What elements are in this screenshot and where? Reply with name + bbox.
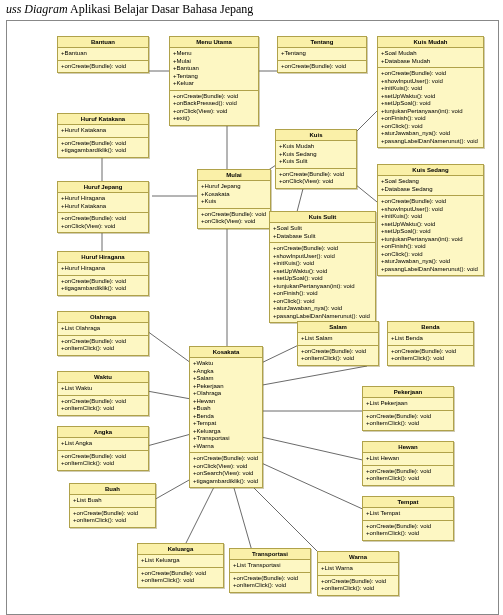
class-attributes: +Kuis Mudah+Kuis Sedang+Kuis Sulit [276,141,356,169]
class-attributes: +List Salam [298,333,378,346]
caption-italic: uss Diagram [6,2,68,16]
class-warna: Warna+List Warna+onCreate(Bundle): void+… [317,551,399,596]
attr-row: +Huruf Jepang [201,183,267,191]
op-row: +onCreate(Bundle): void [193,455,259,463]
op-row: +onItemClick(): void [141,577,220,585]
class-menu-utama: Menu Utama+Menu+Mulai+Bantuan+Tentang+Ke… [169,36,259,126]
attr-row: +Hewan [193,398,259,406]
op-row: +onCreate(Bundle): void [61,63,145,71]
op-row: +onCreate(Bundle): void [391,348,470,356]
attr-row: +Angka [193,368,259,376]
attr-row: +List Olahraga [61,325,145,333]
class-operations: +onCreate(Bundle): void+tigagambardiklik… [58,276,148,295]
class-title: Transportasi [230,549,310,560]
op-row: +onCreate(Bundle): void [61,398,145,406]
op-row: +onClick(View): void [279,178,353,186]
class-attributes: +List Buah [70,495,155,508]
class-attributes: +Bantuan [58,48,148,61]
attr-row: +List Benda [391,335,470,343]
attr-row: +Huruf Hiragana [61,195,145,203]
class-attributes: +Tentang [278,48,366,61]
op-row: +onCreate(Bundle): void [381,70,480,78]
op-row: +onClick(): void [273,298,372,306]
class-operations: +onCreate(Bundle): void [278,61,366,73]
class-huruf-hiragana: Huruf Hiragana+Huruf Hiragana+onCreate(B… [57,251,149,296]
op-row: +onCreate(Bundle): void [366,413,450,421]
op-row: +initKuis(): void [381,85,480,93]
class-title: Mulai [198,170,270,181]
attr-row: +Tentang [173,73,255,81]
diagram-caption: uss Diagram Aplikasi Belajar Dasar Bahas… [0,0,503,17]
caption-rest: Aplikasi Belajar Dasar Bahasa Jepang [68,2,254,16]
op-row: +onCreate(Bundle): void [273,245,372,253]
op-row: +onItemClick(): void [391,355,470,363]
class-attributes: +List Warna [318,563,398,576]
attr-row: +Kuis [201,198,267,206]
op-row: +onItemClick(): void [321,585,395,593]
op-row: +onCreate(Bundle): void [61,338,145,346]
op-row: +onCreate(Bundle): void [381,198,480,206]
class-title: Angka [58,427,148,438]
class-kosakata: Kosakata+Waktu+Angka+Salam+Pekerjaan+Ola… [189,346,263,488]
op-row: +aturJawaban_nya(): void [273,305,372,313]
svg-line-21 [257,366,367,386]
class-benda: Benda+List Benda+onCreate(Bundle): void+… [387,321,474,366]
op-row: +onItemClick(): void [61,345,145,353]
class-angka: Angka+List Angka+onCreate(Bundle): void+… [57,426,149,471]
attr-row: +List Warna [321,565,395,573]
class-transportasi: Transportasi+List Transportasi+onCreate(… [229,548,311,593]
op-row: +initKuis(): void [273,260,372,268]
op-row: +tigagambardiklik(): void [61,285,145,293]
attr-row: +List Keluarga [141,557,220,565]
attr-row: +Transportasi [193,435,259,443]
op-row: +onCreate(Bundle): void [321,578,395,586]
class-title: Warna [318,552,398,563]
class-title: Salam [298,322,378,333]
op-row: +onCreate(Bundle): void [141,570,220,578]
class-title: Olahraga [58,312,148,323]
class-operations: +onCreate(Bundle): void+onItemClick(): v… [363,466,453,485]
attr-row: +Benda [193,413,259,421]
class-keluarga: Keluarga+List Keluarga+onCreate(Bundle):… [137,543,224,588]
op-row: +onCreate(Bundle): void [61,215,145,223]
attr-row: +Kuis Mudah [279,143,353,151]
class-tempat: Tempat+List Tempat+onCreate(Bundle): voi… [362,496,454,541]
class-operations: +onCreate(Bundle): void+showInputUser():… [270,243,375,322]
class-title: Menu Utama [170,37,258,48]
class-title: Kuis Sulit [270,212,375,223]
class-attributes: +List Tempat [363,508,453,521]
class-attributes: +Huruf Hiragana+Huruf Katakana [58,193,148,213]
attr-row: +List Pekerjaan [366,400,450,408]
class-title: Kuis Mudah [378,37,483,48]
class-bantuan: Bantuan+Bantuan+onCreate(Bundle): void [57,36,149,73]
attr-row: +Soal Mudah [381,50,480,58]
op-row: +onItemClick(): void [366,420,450,428]
attr-row: +Database Mudah [381,58,480,66]
attr-row: +Kosakata [201,191,267,199]
class-operations: +onCreate(Bundle): void+onItemClick(): v… [58,451,148,470]
attr-row: +Bantuan [61,50,145,58]
op-row: +onClick(): void [381,123,480,131]
op-row: +onClick(): void [381,251,480,259]
class-operations: +onCreate(Bundle): void+showInputUser():… [378,68,483,147]
op-row: +onCreate(Bundle): void [73,510,152,518]
attr-row: +List Hewan [366,455,450,463]
op-row: +showInputUser(): void [381,78,480,86]
class-title: Huruf Hiragana [58,252,148,263]
attr-row: +Mulai [173,58,255,66]
class-title: Tempat [363,497,453,508]
class-hewan: Hewan+List Hewan+onCreate(Bundle): void+… [362,441,454,486]
class-operations: +onCreate(Bundle): void+onBackPressed():… [170,91,258,125]
svg-line-15 [182,481,217,551]
svg-line-18 [257,461,367,511]
class-tentang: Tentang+Tentang+onCreate(Bundle): void [277,36,367,73]
op-row: +showInputUser(): void [273,253,372,261]
attr-row: +List Salam [301,335,375,343]
class-operations: +onCreate(Bundle): void+onClick(View): v… [58,213,148,232]
op-row: +pasangLabelDanNamerunut(): void [381,138,480,146]
class-attributes: +List Transportasi [230,560,310,573]
class-attributes: +List Angka [58,438,148,451]
class-attributes: +Huruf Hiragana [58,263,148,276]
class-attributes: +List Hewan [363,453,453,466]
class-operations: +onCreate(Bundle): void+onItemClick(): v… [298,346,378,365]
